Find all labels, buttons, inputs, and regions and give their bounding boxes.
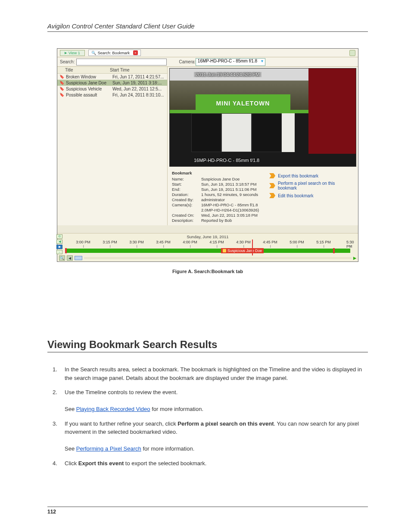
row-time: Fri, Jun 24, 2011 8:31:10... — [112, 93, 165, 97]
timeline-playhead[interactable] — [252, 240, 253, 255]
screenshot-body: Title Start Time 🔖 Broken Window Fri, Ju… — [57, 67, 358, 225]
row-time: Sun, Jun 19, 2011 3:18:... — [112, 81, 165, 85]
app-screenshot: View 1 🔍 Search: Bookmark × Search: Came… — [57, 48, 358, 262]
zoom-icon[interactable]: 🔍 — [59, 255, 65, 261]
step-2-text-a: Use the Timeline controls to review the … — [65, 389, 177, 395]
step-1-text: In the Search results area, select a boo… — [65, 366, 362, 381]
bookmark-end-marker — [333, 248, 335, 253]
tab-search-label: Search: Bookmark — [98, 51, 130, 55]
step-2-text-b: See — [65, 406, 76, 412]
bookmark-icon: 🔖 — [59, 80, 64, 85]
camera-select[interactable]: 16MP-HD-PRO-C - 85mm f/1.8 — [196, 58, 265, 66]
tick: 4:00 PM — [183, 240, 197, 244]
bookmark-icon: 🔖 — [59, 92, 64, 97]
start-key: Start: — [172, 182, 199, 187]
bookmark-actions: Export this bookmark Perform a pixel sea… — [269, 171, 354, 198]
recording-bar — [66, 249, 350, 253]
export-bookmark-link[interactable]: Export this bookmark — [269, 173, 354, 178]
step-2: 2. Use the Timeline controls to review t… — [65, 388, 368, 414]
start-val: Sun, Jun 19, 2011 3:18:57 PM — [201, 182, 259, 187]
results-list: Title Start Time 🔖 Broken Window Fri, Ju… — [57, 67, 168, 225]
camera-label: Camera: — [179, 59, 195, 64]
tab-strip: View 1 🔍 Search: Bookmark × — [57, 49, 358, 57]
step-2-text-c: for more information. — [150, 406, 204, 412]
row-time: Fri, Jun 17, 2011 4:21:57... — [112, 75, 165, 79]
duration-val: 1 hours, 52 minutes, 9 seconds — [201, 192, 259, 197]
search-icon: 🔍 — [91, 51, 96, 55]
video-scene: MINI YALETOWN — [170, 68, 356, 166]
col-start-time[interactable]: Start Time — [110, 68, 130, 72]
step-3-text-e: for more information. — [141, 445, 195, 452]
scroll-thumb[interactable] — [75, 256, 82, 260]
tick: 4:30 PM — [236, 240, 251, 244]
cameras-key: Camera(s): — [172, 202, 199, 207]
cameras-val: 16MP-HD-PRO-C - 85mm f/1.8 — [201, 202, 259, 207]
end-val: Sun, Jun 19, 2011 5:11:06 PM — [201, 187, 259, 192]
video-panel[interactable]: MINI YALETOWN 2011-Jun-19 04:44:24.520 P… — [169, 68, 356, 167]
layout-icon[interactable] — [349, 50, 355, 56]
search-bar: Search: Camera: 16MP-HD-PRO-C - 85mm f/1… — [57, 57, 358, 67]
video-camera-label: 16MP-HD-PRO-C - 85mm f/1.8 — [194, 158, 259, 163]
list-row[interactable]: 🔖 Broken Window Fri, Jun 17, 2011 4:21:5… — [57, 74, 167, 80]
list-row[interactable]: 🔖 Suspicious Jane Doe Sun, Jun 19, 2011 … — [57, 80, 167, 86]
timeline-ticks: 3:00 PM 3:15 PM 3:30 PM 3:45 PM 4:00 PM … — [57, 240, 358, 247]
scroll-right-button[interactable]: ▶ — [353, 256, 356, 260]
playback-link[interactable]: Playing Back Recorded Video — [76, 406, 150, 412]
bookmark-details: Bookmark Name: Suspicious Jane Doe Start… — [168, 168, 358, 225]
tick: 5:15 PM — [316, 240, 331, 244]
tick: 4:45 PM — [263, 240, 277, 244]
bookmark-start-marker — [65, 248, 67, 253]
figure-caption: Figure A. Search:Bookmark tab — [47, 269, 368, 274]
step-1: 1. In the Search results area, select a … — [65, 365, 368, 382]
page-footer: 112 — [47, 507, 368, 515]
name-val: Suspicious Jane Doe — [201, 177, 259, 181]
end-key: End: — [172, 187, 199, 192]
timeline-date: Sunday, June 19, 2011 — [57, 234, 358, 239]
name-key: Name: — [172, 177, 199, 181]
desc-val: Reported by Bob — [201, 218, 259, 223]
tab-close-icon[interactable]: × — [133, 50, 138, 55]
row-title: Suspicious Jane Doe — [66, 81, 111, 85]
pixel-search-link[interactable]: Perform a pixel search on this bookmark — [269, 181, 354, 190]
scroll-track[interactable] — [84, 257, 352, 259]
step-4-text-c: to export the selected bookmark. — [124, 460, 206, 467]
tick: 4:15 PM — [209, 240, 224, 244]
createdon-key: Created On: — [172, 213, 199, 218]
guide-header: Avigilon Control Center Standard Client … — [47, 22, 368, 32]
tab-view1[interactable]: View 1 — [60, 50, 85, 56]
timeline-nav-up[interactable]: ⟲ — [56, 234, 62, 239]
bookmark-icon: 🔖 — [59, 74, 64, 79]
timeline-bar-row[interactable]: Suspicious Jane Doe — [57, 248, 358, 254]
tick: 3:15 PM — [103, 240, 117, 244]
right-pane: MINI YALETOWN 2011-Jun-19 04:44:24.520 P… — [168, 67, 358, 225]
document-page: Avigilon Control Center Standard Client … — [0, 0, 411, 532]
tick: 5:30 PM — [346, 240, 354, 249]
step-4-bold: Export this event — [78, 460, 124, 467]
createdby-val: administrator — [201, 197, 259, 202]
bookmark-tag[interactable]: Suspicious Jane Doe — [221, 248, 264, 253]
tab-view1-label: View 1 — [68, 51, 80, 55]
tick: 3:30 PM — [129, 240, 144, 244]
desc-key: Description: — [172, 218, 199, 223]
row-title: Suspicious Vehicle — [66, 87, 111, 91]
col-title[interactable]: Title — [65, 68, 110, 72]
createdon-val: Wed, Jun 22, 2011 3:05:18 PM — [201, 213, 259, 218]
timeline-scroll: 🔍 ◀ ▶ — [57, 255, 358, 261]
tab-search-bookmark[interactable]: 🔍 Search: Bookmark × — [88, 50, 141, 56]
details-heading: Bookmark — [172, 171, 259, 175]
edit-bookmark-link[interactable]: Edit this bookmark — [269, 193, 354, 198]
search-input[interactable] — [76, 59, 167, 65]
duration-key: Duration: — [172, 192, 199, 197]
timeline: ⟲ ◀ ▶ − Sunday, June 19, 2011 3:00 PM 3:… — [57, 233, 358, 261]
bookmark-icon: 🔖 — [59, 86, 64, 91]
list-row[interactable]: 🔖 Possible assault Fri, Jun 24, 2011 8:3… — [57, 92, 167, 98]
cameras-val2: 2.0MP-HD-H264-D1(10063926) — [201, 208, 259, 212]
list-row[interactable]: 🔖 Suspicious Vehicle Wed, Jun 22, 2011 1… — [57, 86, 167, 92]
step-4: 4. Click Export this event to export the… — [65, 459, 368, 468]
pixel-search-doc-link[interactable]: Performing a Pixel Search — [76, 445, 141, 452]
row-time: Wed, Jun 22, 2011 12:5... — [112, 87, 165, 91]
scroll-left-button[interactable]: ◀ — [67, 255, 73, 261]
video-sign-text: MINI YALETOWN — [216, 100, 270, 107]
video-timestamp: 2011-Jun-19 04:44:24.520 PM — [194, 72, 262, 77]
step-3-text-d: See — [65, 445, 76, 452]
